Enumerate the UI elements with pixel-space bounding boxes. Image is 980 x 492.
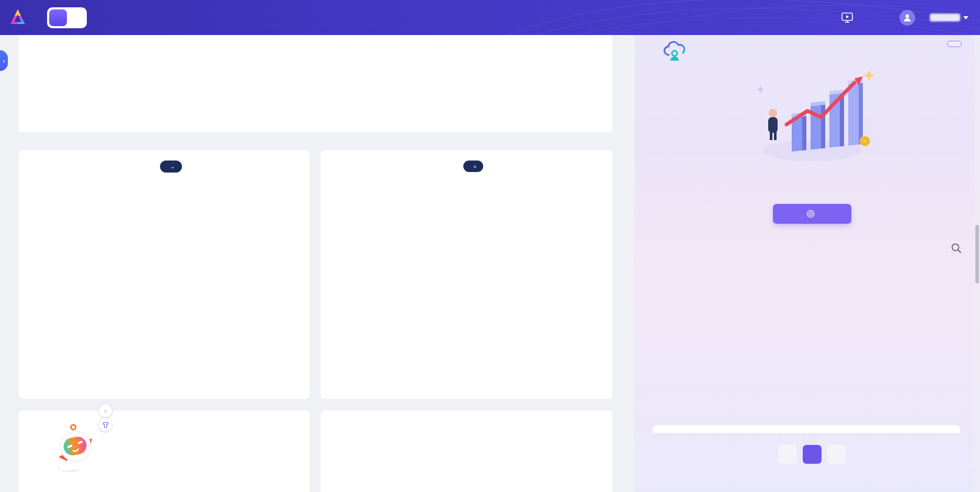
- cnki-triangle-logo-icon: [7, 7, 28, 28]
- app-window: ⌄ » ‹: [0, 0, 980, 492]
- card-top10-journals: »: [321, 150, 612, 399]
- search-icon[interactable]: [951, 243, 962, 256]
- track-new-trend-button[interactable]: [773, 204, 851, 224]
- target-icon: [806, 210, 815, 218]
- page-prev-button[interactable]: [778, 445, 797, 464]
- pagination: [634, 445, 980, 464]
- summary-article: [19, 29, 612, 132]
- top-navbar: [0, 0, 980, 35]
- publications-polar-chart: [30, 177, 302, 393]
- caret-down-icon: [963, 16, 968, 19]
- ai-robot-mascot: [51, 422, 106, 473]
- trend-sidebar: [634, 0, 980, 492]
- tab-create-mode[interactable]: [67, 9, 85, 26]
- page-next-button[interactable]: [827, 445, 846, 464]
- left-panel-expander[interactable]: ›: [0, 50, 8, 71]
- history-item-partial[interactable]: [653, 425, 960, 433]
- high-cited-filter-button[interactable]: ⌄: [160, 161, 181, 173]
- username-blurred: [930, 14, 960, 21]
- theme-shirt-button[interactable]: [99, 418, 112, 431]
- apple-tree-cloud-icon: [663, 38, 686, 62]
- orgs-bar-chart: [321, 410, 612, 492]
- trend-illustration: [742, 63, 883, 165]
- card-top10-orgs: [321, 410, 612, 492]
- chevron-down-icon: ⌄: [170, 163, 175, 170]
- double-chevron-right-icon: »: [473, 163, 476, 169]
- person-icon: [903, 13, 912, 22]
- user-avatar[interactable]: [899, 10, 915, 26]
- mode-tabs: [47, 7, 87, 28]
- welcome-user[interactable]: [927, 14, 968, 21]
- journals-radar-chart: [320, 174, 613, 394]
- media-monitor-icon[interactable]: [841, 12, 853, 23]
- journal-docs-button[interactable]: »: [463, 161, 483, 172]
- collapse-sidebar-button[interactable]: [947, 41, 962, 47]
- card-publications-10yr: ⌄: [19, 150, 310, 399]
- page-1-button[interactable]: [803, 445, 822, 464]
- collapse-section-button[interactable]: ‹: [99, 404, 112, 417]
- app-logo[interactable]: [7, 7, 32, 28]
- shirt-icon: [102, 421, 109, 428]
- tab-read-mode[interactable]: [49, 9, 67, 26]
- scrollbar-thumb[interactable]: [975, 225, 979, 283]
